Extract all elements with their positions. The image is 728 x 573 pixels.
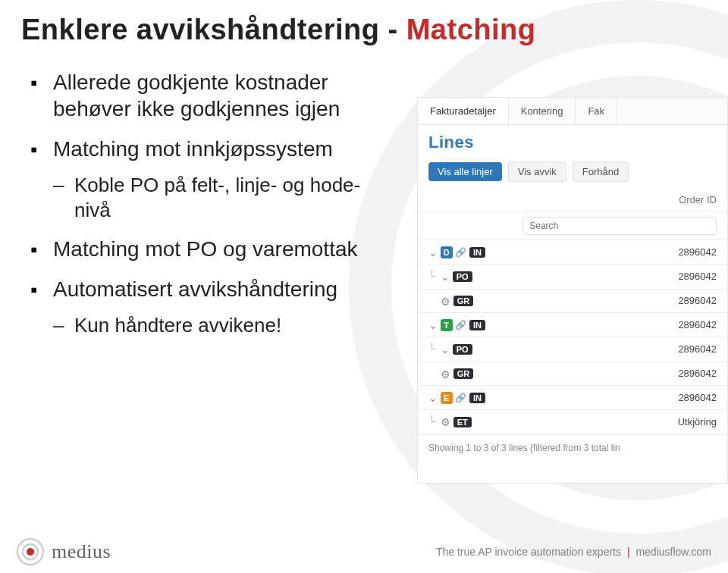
view-all-lines-button[interactable]: Vis alle linjer <box>428 162 502 181</box>
slide: Enklere avvikshåndtering - Matching Alle… <box>0 0 728 573</box>
line-type-chip: IN <box>469 393 485 403</box>
bullet-item: Matching mot innkjøpssystem Koble PO på … <box>30 136 394 222</box>
row-icons-cell: ⚙ GR <box>418 362 501 386</box>
brand-block: medius <box>17 538 111 565</box>
col-header-icons <box>418 188 501 212</box>
brand-name: medius <box>52 540 111 563</box>
line-type-chip: GR <box>453 368 474 379</box>
tab-coding[interactable]: Kontering <box>509 98 576 124</box>
order-id-cell: 2896042 <box>501 264 727 289</box>
tree-branch-icon: └ <box>428 415 441 429</box>
medius-logo-icon <box>17 538 44 565</box>
order-id-cell: 2896042 <box>501 386 727 410</box>
line-type-chip: IN <box>469 247 485 258</box>
sub-bullet-text: Koble PO på felt-, linje- og hode-nivå <box>74 174 360 221</box>
row-icons-cell: ⌄ D 🔗 IN <box>418 240 501 265</box>
bullet-text: Matching mot innkjøpssystem <box>53 137 333 161</box>
bullet-text: Matching mot PO og varemottak <box>53 237 358 261</box>
tab-fak[interactable]: Fak <box>576 98 617 124</box>
link-icon[interactable]: 🔗 <box>455 393 466 403</box>
line-type-chip: ET <box>453 417 472 427</box>
sub-bullet-item: Kun håndtere avvikene! <box>53 313 394 338</box>
bullet-list: Allerede godkjente kostnader behøver ikk… <box>0 46 394 338</box>
link-icon[interactable]: 🔗 <box>455 320 466 330</box>
table-row: └⌄ PO2896042 <box>418 337 727 362</box>
sub-bullet-text: Kun håndtere avvikene! <box>74 314 281 337</box>
row-icons-cell: └⌄ PO <box>418 264 501 289</box>
bullet-text: Automatisert avvikshåndtering <box>53 277 337 301</box>
button-row: Vis alle linjer Vis avvik Forhånd <box>418 161 727 188</box>
separator-icon: | <box>624 546 633 558</box>
order-id-cell: 2896042 <box>501 289 727 313</box>
section-title: Lines <box>418 125 727 161</box>
slide-footer: medius The true AP invoice automation ex… <box>0 538 728 565</box>
table-row: ⌄ T 🔗 IN2896042 <box>418 313 727 337</box>
line-type-chip: PO <box>453 344 472 355</box>
line-type-chip: PO <box>453 271 472 282</box>
tagline-url: mediusflow.com <box>635 546 711 558</box>
gear-icon[interactable]: ⚙ <box>441 416 450 428</box>
tagline-text: The true AP invoice automation experts <box>436 546 621 558</box>
bullet-item: Matching mot PO og varemottak <box>30 236 394 262</box>
expand-caret-icon[interactable]: ⌄ <box>428 392 438 404</box>
table-row: └⚙ ETUtkjöring <box>418 409 727 434</box>
order-id-cell: Utkjöring <box>501 409 727 434</box>
gear-icon[interactable]: ⚙ <box>441 295 450 307</box>
title-accent: Matching <box>406 14 536 45</box>
lines-panel: Fakturadetaljer Kontering Fak Lines Vis … <box>417 97 728 484</box>
expand-caret-icon[interactable]: ⌄ <box>428 246 438 258</box>
line-type-chip: GR <box>453 296 474 306</box>
tree-branch-icon: └ <box>428 343 441 356</box>
status-square-icon: D <box>441 246 453 258</box>
lines-table: Order ID ⌄ D 🔗 IN2896042└⌄ PO2896042 ⚙ G… <box>418 188 727 435</box>
view-deviation-button[interactable]: Vis avvik <box>508 161 566 182</box>
expand-caret-icon[interactable]: ⌄ <box>441 271 450 283</box>
gear-icon[interactable]: ⚙ <box>441 368 450 380</box>
row-icons-cell: └⌄ PO <box>418 337 501 362</box>
preview-button[interactable]: Forhånd <box>573 161 629 182</box>
order-id-cell: 2896042 <box>501 240 727 265</box>
title-plain: Enklere avvikshåndtering - <box>21 14 398 45</box>
page-title: Enklere avvikshåndtering - Matching <box>0 0 728 46</box>
bullet-item: Allerede godkjente kostnader behøver ikk… <box>30 69 394 122</box>
tree-branch-icon: └ <box>428 270 441 283</box>
expand-caret-icon[interactable]: ⌄ <box>441 343 450 355</box>
sub-bullet-item: Koble PO på felt-, linje- og hode-nivå <box>53 173 394 222</box>
table-row: ⌄ E 🔗 IN2896042 <box>418 386 727 410</box>
order-id-cell: 2896042 <box>501 313 727 337</box>
row-icons-cell: ⚙ GR <box>418 289 501 313</box>
table-search-row <box>418 212 727 240</box>
footer-tagline: The true AP invoice automation experts |… <box>436 546 711 558</box>
table-row: ⚙ GR2896042 <box>418 362 727 386</box>
status-square-icon: E <box>441 392 453 404</box>
row-icons-cell: └⚙ ET <box>418 409 501 434</box>
order-id-cell: 2896042 <box>501 362 727 386</box>
table-footer-note: Showing 1 to 3 of 3 lines (filtered from… <box>418 435 727 461</box>
link-icon[interactable]: 🔗 <box>455 247 466 258</box>
table-row: └⌄ PO2896042 <box>418 264 727 289</box>
order-id-search-input[interactable] <box>522 217 717 235</box>
tab-bar: Fakturadetaljer Kontering Fak <box>418 98 727 125</box>
order-id-cell: 2896042 <box>501 337 727 362</box>
bullet-text: Allerede godkjente kostnader behøver ikk… <box>53 70 340 121</box>
tab-invoice-details[interactable]: Fakturadetaljer <box>418 98 509 124</box>
table-row: ⚙ GR2896042 <box>418 289 727 313</box>
col-header-order-id: Order ID <box>501 188 727 212</box>
bullet-item: Automatisert avvikshåndtering Kun håndte… <box>30 276 394 338</box>
expand-caret-icon[interactable]: ⌄ <box>428 319 438 331</box>
row-icons-cell: ⌄ E 🔗 IN <box>418 386 501 410</box>
row-icons-cell: ⌄ T 🔗 IN <box>418 313 501 337</box>
table-row: ⌄ D 🔗 IN2896042 <box>418 240 727 265</box>
line-type-chip: IN <box>469 320 485 330</box>
status-square-icon: T <box>441 319 453 331</box>
